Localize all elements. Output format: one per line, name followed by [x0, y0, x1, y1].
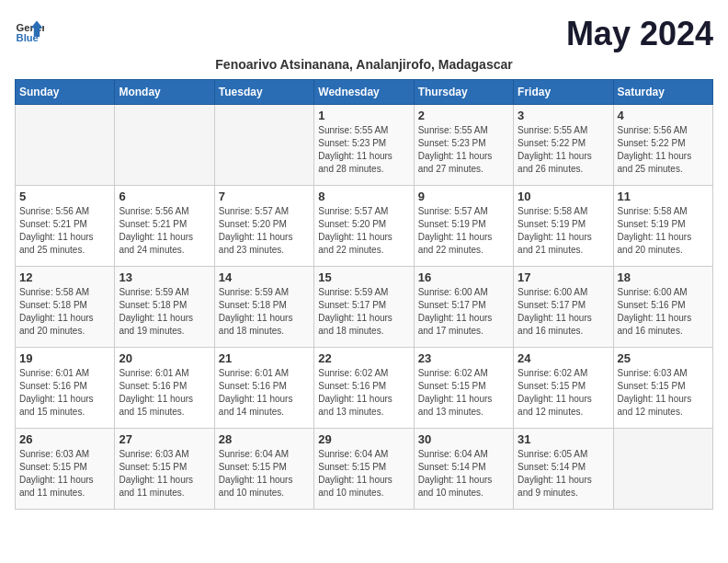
day-of-week-header: Tuesday — [214, 80, 313, 105]
day-number: 4 — [618, 109, 709, 122]
day-of-week-header: Thursday — [414, 80, 513, 105]
calendar-day-cell: 21Sunrise: 6:01 AM Sunset: 5:16 PM Dayli… — [214, 348, 313, 429]
day-number: 29 — [318, 432, 409, 446]
calendar-day-cell: 11Sunrise: 5:58 AM Sunset: 5:19 PM Dayli… — [613, 186, 712, 267]
day-info: Sunrise: 5:58 AM Sunset: 5:19 PM Dayligh… — [518, 205, 609, 257]
calendar-day-cell — [115, 105, 214, 186]
calendar-day-cell: 6Sunrise: 5:56 AM Sunset: 5:21 PM Daylig… — [115, 186, 214, 267]
day-number: 13 — [119, 270, 210, 284]
calendar-day-cell: 17Sunrise: 6:00 AM Sunset: 5:17 PM Dayli… — [514, 267, 613, 348]
day-info: Sunrise: 6:03 AM Sunset: 5:15 PM Dayligh… — [119, 448, 210, 500]
day-info: Sunrise: 5:58 AM Sunset: 5:19 PM Dayligh… — [618, 205, 709, 257]
day-info: Sunrise: 6:04 AM Sunset: 5:15 PM Dayligh… — [318, 448, 409, 500]
day-info: Sunrise: 5:55 AM Sunset: 5:22 PM Dayligh… — [518, 124, 609, 176]
day-info: Sunrise: 6:01 AM Sunset: 5:16 PM Dayligh… — [119, 367, 210, 419]
day-of-week-header: Monday — [115, 80, 214, 105]
calendar-day-cell: 7Sunrise: 5:57 AM Sunset: 5:20 PM Daylig… — [214, 186, 313, 267]
day-info: Sunrise: 5:56 AM Sunset: 5:21 PM Dayligh… — [19, 205, 110, 257]
calendar-day-cell: 31Sunrise: 6:05 AM Sunset: 5:14 PM Dayli… — [514, 429, 613, 510]
calendar-day-cell — [214, 105, 313, 186]
calendar-day-cell: 1Sunrise: 5:55 AM Sunset: 5:23 PM Daylig… — [314, 105, 414, 186]
day-number: 7 — [219, 190, 310, 203]
day-number: 18 — [618, 270, 709, 284]
day-info: Sunrise: 6:03 AM Sunset: 5:15 PM Dayligh… — [618, 367, 709, 419]
day-number: 17 — [518, 270, 609, 284]
calendar-header-row: SundayMondayTuesdayWednesdayThursdayFrid… — [16, 80, 713, 105]
calendar-day-cell: 10Sunrise: 5:58 AM Sunset: 5:19 PM Dayli… — [514, 186, 613, 267]
day-number: 11 — [618, 190, 709, 203]
calendar-day-cell: 5Sunrise: 5:56 AM Sunset: 5:21 PM Daylig… — [16, 186, 115, 267]
day-info: Sunrise: 5:57 AM Sunset: 5:20 PM Dayligh… — [219, 205, 310, 257]
day-number: 6 — [119, 190, 210, 203]
day-info: Sunrise: 5:59 AM Sunset: 5:18 PM Dayligh… — [219, 286, 310, 338]
logo: General Blue — [15, 15, 48, 44]
day-number: 14 — [219, 270, 310, 284]
calendar-day-cell: 27Sunrise: 6:03 AM Sunset: 5:15 PM Dayli… — [115, 429, 214, 510]
day-number: 24 — [518, 351, 609, 365]
day-number: 26 — [19, 432, 110, 446]
calendar-day-cell: 13Sunrise: 5:59 AM Sunset: 5:18 PM Dayli… — [115, 267, 214, 348]
day-number: 2 — [418, 109, 509, 122]
day-number: 19 — [19, 351, 110, 365]
day-number: 23 — [418, 351, 509, 365]
day-info: Sunrise: 6:04 AM Sunset: 5:14 PM Dayligh… — [418, 448, 509, 500]
calendar-day-cell: 20Sunrise: 6:01 AM Sunset: 5:16 PM Dayli… — [115, 348, 214, 429]
day-number: 8 — [318, 190, 409, 203]
calendar-day-cell: 29Sunrise: 6:04 AM Sunset: 5:15 PM Dayli… — [314, 429, 414, 510]
calendar-day-cell: 3Sunrise: 5:55 AM Sunset: 5:22 PM Daylig… — [514, 105, 613, 186]
calendar-day-cell: 23Sunrise: 6:02 AM Sunset: 5:15 PM Dayli… — [414, 348, 513, 429]
calendar-table: SundayMondayTuesdayWednesdayThursdayFrid… — [15, 79, 713, 510]
day-of-week-header: Sunday — [16, 80, 115, 105]
day-info: Sunrise: 6:00 AM Sunset: 5:17 PM Dayligh… — [518, 286, 609, 338]
day-info: Sunrise: 5:59 AM Sunset: 5:17 PM Dayligh… — [318, 286, 409, 338]
calendar-week-row: 26Sunrise: 6:03 AM Sunset: 5:15 PM Dayli… — [16, 429, 713, 510]
day-number: 16 — [418, 270, 509, 284]
day-number: 12 — [19, 270, 110, 284]
day-info: Sunrise: 6:04 AM Sunset: 5:15 PM Dayligh… — [219, 448, 310, 500]
day-number: 1 — [318, 109, 409, 122]
calendar-subtitle: Fenoarivo Atsinanana, Analanjirofo, Mada… — [15, 57, 713, 72]
day-info: Sunrise: 6:01 AM Sunset: 5:16 PM Dayligh… — [219, 367, 310, 419]
calendar-day-cell: 28Sunrise: 6:04 AM Sunset: 5:15 PM Dayli… — [214, 429, 313, 510]
day-info: Sunrise: 6:03 AM Sunset: 5:15 PM Dayligh… — [19, 448, 110, 500]
calendar-week-row: 19Sunrise: 6:01 AM Sunset: 5:16 PM Dayli… — [16, 348, 713, 429]
calendar-day-cell: 14Sunrise: 5:59 AM Sunset: 5:18 PM Dayli… — [214, 267, 313, 348]
day-number: 22 — [318, 351, 409, 365]
day-info: Sunrise: 5:57 AM Sunset: 5:19 PM Dayligh… — [418, 205, 509, 257]
calendar-day-cell: 16Sunrise: 6:00 AM Sunset: 5:17 PM Dayli… — [414, 267, 513, 348]
day-info: Sunrise: 5:59 AM Sunset: 5:18 PM Dayligh… — [119, 286, 210, 338]
day-info: Sunrise: 5:58 AM Sunset: 5:18 PM Dayligh… — [19, 286, 110, 338]
day-number: 9 — [418, 190, 509, 203]
day-info: Sunrise: 5:55 AM Sunset: 5:23 PM Dayligh… — [318, 124, 409, 176]
day-number: 5 — [19, 190, 110, 203]
calendar-day-cell: 4Sunrise: 5:56 AM Sunset: 5:22 PM Daylig… — [613, 105, 712, 186]
day-info: Sunrise: 6:02 AM Sunset: 5:15 PM Dayligh… — [518, 367, 609, 419]
calendar-day-cell: 8Sunrise: 5:57 AM Sunset: 5:20 PM Daylig… — [314, 186, 414, 267]
day-info: Sunrise: 6:01 AM Sunset: 5:16 PM Dayligh… — [19, 367, 110, 419]
calendar-day-cell: 25Sunrise: 6:03 AM Sunset: 5:15 PM Dayli… — [613, 348, 712, 429]
day-number: 31 — [518, 432, 609, 446]
calendar-day-cell: 30Sunrise: 6:04 AM Sunset: 5:14 PM Dayli… — [414, 429, 513, 510]
calendar-body: 1Sunrise: 5:55 AM Sunset: 5:23 PM Daylig… — [16, 105, 713, 510]
day-number: 20 — [119, 351, 210, 365]
day-number: 21 — [219, 351, 310, 365]
calendar-week-row: 1Sunrise: 5:55 AM Sunset: 5:23 PM Daylig… — [16, 105, 713, 186]
calendar-day-cell: 2Sunrise: 5:55 AM Sunset: 5:23 PM Daylig… — [414, 105, 513, 186]
day-number: 15 — [318, 270, 409, 284]
day-number: 3 — [518, 109, 609, 122]
calendar-day-cell — [613, 429, 712, 510]
calendar-day-cell — [16, 105, 115, 186]
day-info: Sunrise: 5:56 AM Sunset: 5:21 PM Dayligh… — [119, 205, 210, 257]
calendar-day-cell: 15Sunrise: 5:59 AM Sunset: 5:17 PM Dayli… — [314, 267, 414, 348]
day-info: Sunrise: 6:02 AM Sunset: 5:15 PM Dayligh… — [418, 367, 509, 419]
day-number: 30 — [418, 432, 509, 446]
day-info: Sunrise: 6:05 AM Sunset: 5:14 PM Dayligh… — [518, 448, 609, 500]
calendar-week-row: 12Sunrise: 5:58 AM Sunset: 5:18 PM Dayli… — [16, 267, 713, 348]
day-number: 10 — [518, 190, 609, 203]
day-info: Sunrise: 5:55 AM Sunset: 5:23 PM Dayligh… — [418, 124, 509, 176]
calendar-day-cell: 26Sunrise: 6:03 AM Sunset: 5:15 PM Dayli… — [16, 429, 115, 510]
day-info: Sunrise: 5:56 AM Sunset: 5:22 PM Dayligh… — [618, 124, 709, 176]
day-number: 25 — [618, 351, 709, 365]
calendar-day-cell: 22Sunrise: 6:02 AM Sunset: 5:16 PM Dayli… — [314, 348, 414, 429]
day-of-week-header: Wednesday — [314, 80, 414, 105]
